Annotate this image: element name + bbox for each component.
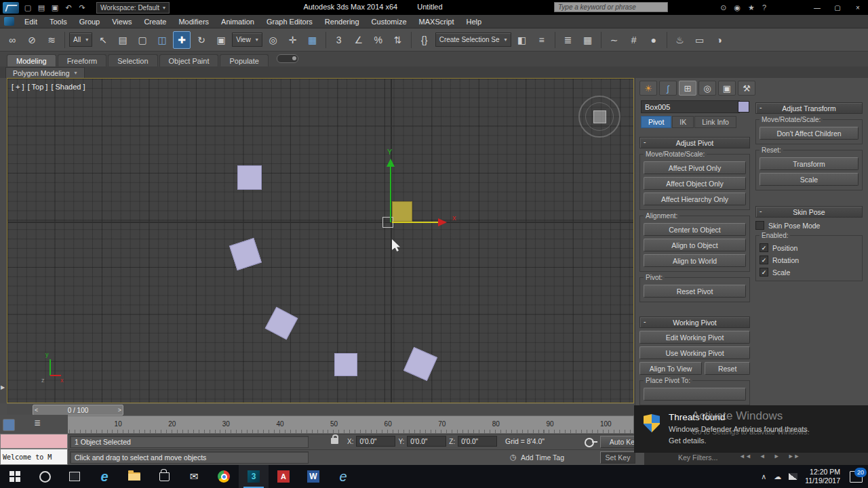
unlink-selection-icon[interactable]: ⊘ [23, 31, 41, 49]
snaps-toggle-icon[interactable]: 3 [330, 31, 348, 49]
ribbon-minimize-toggle[interactable] [277, 54, 298, 63]
select-and-link-icon[interactable]: ∞ [3, 31, 21, 49]
spinner-snap-icon[interactable]: ⇅ [389, 31, 407, 49]
top-viewport[interactable]: [ + ] [ Top ] [ Shaded ] Y x y x z [7, 78, 634, 403]
affect-pivot-only-button[interactable]: Affect Pivot Only [644, 161, 746, 174]
time-slider-handle[interactable]: < 0 / 100 > [33, 405, 123, 415]
expand-arrow-icon[interactable]: ▶ [1, 384, 5, 390]
rendered-frame-icon[interactable]: ▭ [691, 31, 709, 49]
position-checkbox[interactable]: ✓ [760, 243, 768, 252]
maximize-button[interactable]: ▢ [827, 0, 848, 15]
listener-menu-icon[interactable]: ≣ [34, 418, 41, 428]
gizmo-y-axis[interactable] [390, 167, 391, 222]
next-frame-icon[interactable]: ►► [788, 453, 800, 460]
curve-editor-icon[interactable]: ∼ [606, 31, 623, 49]
open-file-icon[interactable]: ▤ [35, 2, 47, 13]
scale-checkbox[interactable]: ✓ [760, 268, 768, 277]
place-pivot-view-button[interactable] [644, 388, 746, 401]
taskbar-adobe-red-icon[interactable]: A [269, 465, 298, 488]
box-object-2[interactable] [229, 238, 262, 270]
defender-notification[interactable]: Threats found Windows Defender Antivirus… [634, 405, 868, 453]
ribbon-tab-populate[interactable]: Populate [220, 54, 268, 66]
network-icon[interactable] [789, 473, 797, 480]
percent-snap-icon[interactable]: % [370, 31, 387, 49]
menu-item-views[interactable]: Views [106, 16, 138, 27]
taskbar-start-icon[interactable] [0, 465, 30, 488]
tab-polygon-modeling[interactable]: Polygon Modeling ▾ [5, 67, 85, 78]
menu-item-tools[interactable]: Tools [43, 16, 73, 27]
close-button[interactable]: × [848, 0, 868, 15]
viewport-pov-menu[interactable]: [ Top ] [28, 83, 48, 91]
previous-frame-arrow[interactable]: < [35, 407, 38, 413]
notification-link[interactable]: Get details. [669, 436, 810, 445]
listener-icon[interactable] [3, 419, 15, 431]
selection-lock-icon[interactable] [331, 438, 338, 444]
save-file-icon[interactable]: ▣ [49, 2, 61, 13]
rollout-adjust-pivot[interactable]: - Adjust Pivot [639, 137, 750, 148]
reset-scale-button[interactable]: Scale [760, 173, 859, 186]
x-coordinate-input[interactable]: 0'0.0" [356, 436, 395, 447]
select-object-icon[interactable]: ↖ [94, 31, 112, 49]
angle-snap-icon[interactable]: ∠ [350, 31, 368, 49]
select-and-move-icon[interactable]: ✚ [173, 31, 191, 49]
go-to-start-icon[interactable]: ◄◄ [739, 453, 751, 460]
box-object-3[interactable] [265, 307, 298, 340]
prev-frame-icon[interactable]: ◄ [760, 453, 766, 460]
infocenter-search-icon[interactable]: ⊙ [720, 3, 726, 12]
window-crossing-icon[interactable]: ◫ [153, 31, 171, 49]
modify-tab[interactable]: ʃ [659, 81, 677, 96]
viewport-general-menu[interactable]: [ + ] [12, 83, 24, 91]
menu-item-modifiers[interactable]: Modifiers [172, 16, 215, 27]
reset-pivot-button[interactable]: Reset Pivot [644, 285, 746, 298]
select-and-scale-icon[interactable]: ▣ [212, 31, 230, 49]
box-object-5[interactable] [403, 347, 437, 381]
minimize-button[interactable]: — [807, 0, 827, 15]
object-color-swatch[interactable] [738, 101, 749, 113]
rollout-skin-pose[interactable]: - Skin Pose [755, 206, 863, 218]
taskbar-clock[interactable]: 12:20 PM 11/19/2017 [805, 468, 840, 485]
use-working-pivot-button[interactable]: Use Working Pivot [639, 346, 750, 359]
onedrive-icon[interactable]: ☁ [774, 472, 781, 481]
taskbar-file-explorer-icon[interactable] [119, 465, 149, 488]
display-tab[interactable]: ▣ [718, 81, 736, 96]
track-bar[interactable]: 0102030405060708090100 [58, 415, 634, 434]
motion-tab[interactable]: ◎ [698, 81, 716, 96]
workspace-dropdown[interactable]: Workspace: Default ▾ [96, 2, 170, 14]
box-object-4[interactable] [334, 353, 357, 376]
play-icon[interactable]: ► [774, 453, 780, 460]
tab-ik[interactable]: IK [672, 116, 694, 128]
menu-item-rendering[interactable]: Rendering [319, 16, 366, 27]
create-tab[interactable]: ☀ [639, 81, 657, 96]
menu-item-group[interactable]: Group [73, 16, 106, 27]
center-to-object-button[interactable]: Center to Object [644, 223, 746, 236]
named-sets-dropdown[interactable]: Create Selection Se▾ [435, 33, 511, 47]
menu-item-help[interactable]: Help [460, 16, 488, 27]
ribbon-tab-selection[interactable]: Selection [108, 54, 157, 66]
reset-button[interactable]: Reset [705, 362, 750, 375]
object-name-field[interactable]: Box005 [641, 100, 740, 113]
render-production-icon[interactable]: ◑ [711, 31, 728, 49]
menu-item-create[interactable]: Create [138, 16, 172, 27]
taskbar-mail-icon[interactable]: ✉ [179, 465, 209, 488]
rotation-checkbox[interactable]: ✓ [760, 256, 768, 264]
rect-selection-region-icon[interactable]: ▢ [134, 31, 151, 49]
use-pivot-center-icon[interactable]: ◎ [264, 31, 282, 49]
viewcube-face[interactable] [593, 110, 606, 123]
tab-link-info[interactable]: Link Info [694, 116, 736, 128]
set-keys-icon[interactable] [585, 438, 594, 447]
tab-pivot[interactable]: Pivot [641, 116, 671, 128]
keyboard-override-icon[interactable]: ▦ [304, 31, 321, 49]
material-editor-icon[interactable]: ● [645, 31, 663, 49]
schematic-view-icon[interactable]: # [625, 31, 643, 49]
gizmo-x-axis[interactable] [392, 222, 438, 223]
rollout-working-pivot[interactable]: - Working Pivot [639, 317, 750, 328]
hidden-icons-chevron[interactable]: ∧ [761, 472, 766, 481]
taskbar-chrome-icon[interactable] [209, 465, 239, 488]
align-icon[interactable]: ≡ [533, 31, 551, 49]
add-time-tag[interactable]: Add Time Tag [521, 453, 564, 462]
mirror-icon[interactable]: ◧ [513, 31, 531, 49]
reference-coordinate-dropdown[interactable]: View▾ [232, 33, 262, 47]
align-to-world-button[interactable]: Align to World [644, 254, 746, 267]
edit-named-sets-icon[interactable]: {} [416, 31, 433, 49]
render-setup-icon[interactable]: ♨ [671, 31, 689, 49]
